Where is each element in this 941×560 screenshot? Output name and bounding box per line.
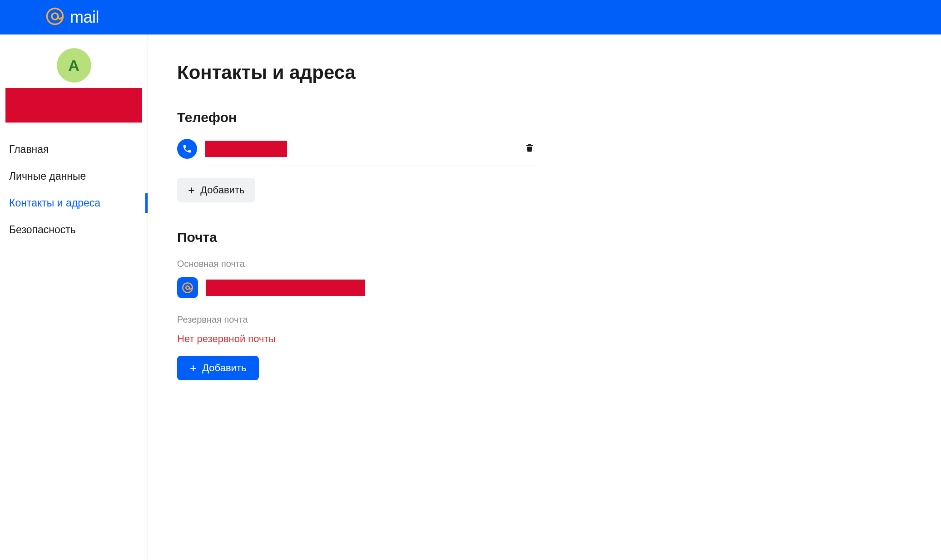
redacted-phone-number — [205, 141, 287, 157]
svg-point-0 — [47, 9, 63, 25]
app-header: mail — [0, 0, 941, 34]
sidebar-item-contacts[interactable]: Контакты и адреса — [0, 190, 148, 216]
redacted-primary-email — [206, 280, 365, 296]
section-heading-email: Почта — [177, 230, 912, 245]
plus-icon: + — [190, 362, 197, 374]
sidebar-item-home[interactable]: Главная — [0, 136, 148, 163]
page-title: Контакты и адреса — [177, 62, 912, 84]
sidebar-item-label: Главная — [9, 143, 49, 155]
plus-icon: + — [188, 184, 195, 196]
backup-email-label: Резервная почта — [177, 314, 912, 325]
sidebar-item-label: Контакты и адреса — [9, 197, 100, 209]
sidebar-item-label: Безопасность — [9, 224, 76, 236]
sidebar-item-personal-data[interactable]: Личные данные — [0, 163, 148, 190]
main-content: Контакты и адреса Телефон — [148, 34, 941, 560]
mail-at-icon — [177, 277, 198, 298]
sidebar: А Главная Личные данные Контакты и адрес… — [0, 34, 148, 560]
avatar[interactable]: А — [57, 48, 91, 83]
section-heading-phone: Телефон — [177, 110, 912, 125]
svg-point-2 — [183, 283, 192, 292]
primary-email-label: Основная почта — [177, 259, 912, 269]
brand-text: mail — [70, 8, 99, 27]
phone-icon — [177, 139, 197, 159]
add-backup-email-button[interactable]: + Добавить — [177, 356, 259, 380]
no-backup-email-text: Нет резервной почты — [177, 333, 912, 345]
sidebar-item-security[interactable]: Безопасность — [0, 216, 148, 243]
svg-point-1 — [52, 13, 58, 20]
button-label: Добавить — [200, 184, 244, 196]
trash-icon — [525, 142, 535, 155]
primary-email-row — [177, 277, 912, 298]
brand-logo[interactable]: mail — [45, 7, 99, 28]
at-icon — [45, 7, 64, 28]
delete-phone-button[interactable] — [523, 142, 536, 155]
redacted-username — [5, 88, 142, 123]
avatar-letter: А — [68, 57, 79, 74]
add-phone-button[interactable]: + Добавить — [177, 178, 255, 202]
button-label: Добавить — [202, 362, 246, 374]
sidebar-item-label: Личные данные — [9, 170, 86, 182]
phone-entry-row — [177, 139, 536, 166]
